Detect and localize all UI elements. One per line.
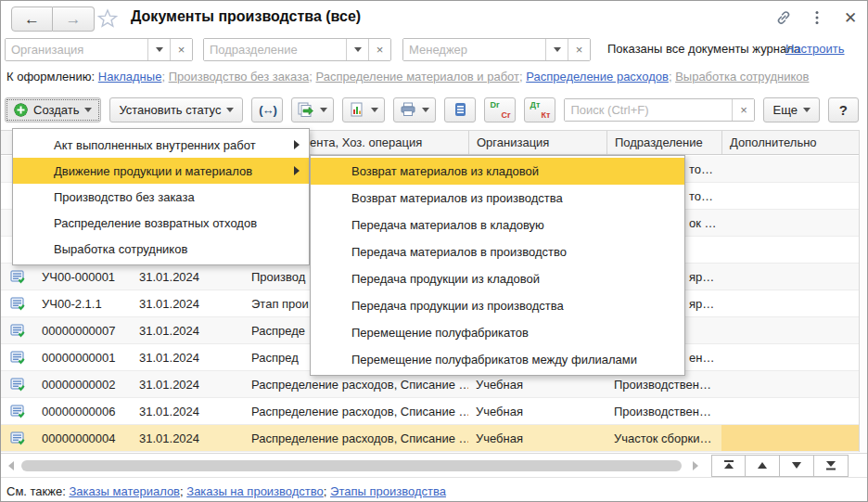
vertical-scroll-area[interactable]: [859, 130, 868, 452]
menu-item-product-material-movement[interactable]: Движение продукции и материалов: [13, 158, 309, 184]
menu-item-production-without-order[interactable]: Производство без заказа: [13, 184, 309, 210]
registration-line: К оформлению: Накладные; Производство бе…: [1, 64, 868, 90]
menu-item-label: Передача материалов в кладовую: [351, 218, 544, 232]
back-button[interactable]: ←: [11, 6, 53, 32]
filter-row: × × × Показаны все документы журнала Нас…: [1, 36, 868, 64]
reports-button[interactable]: [342, 97, 385, 122]
create-button[interactable]: Создать: [5, 97, 101, 122]
reg-link-raspredelenie-materialov[interactable]: Распределение материалов и работ: [316, 70, 519, 84]
menu-item-label: Возврат материалов из кладовой: [351, 164, 539, 178]
menu-item-label: Распределение возвратных отходов: [54, 216, 257, 230]
table-row[interactable]: 0000000000631.01.2024 Распределение расх…: [1, 398, 859, 425]
header-organization[interactable]: Организация: [468, 131, 606, 154]
register-records-button[interactable]: [444, 97, 476, 122]
set-status-button[interactable]: Установить статус: [109, 97, 243, 122]
more-label: Еще: [772, 103, 797, 117]
submenu-item-return-from-storeroom[interactable]: Возврат материалов из кладовой: [311, 158, 684, 185]
get-link-icon[interactable]: [774, 8, 793, 27]
department-clear-icon[interactable]: ×: [368, 39, 390, 60]
help-button[interactable]: ?: [828, 97, 859, 122]
more-button[interactable]: Еще: [763, 97, 819, 122]
print-button[interactable]: [393, 97, 436, 122]
reg-link-vyrabotka[interactable]: Выработка сотрудников: [675, 70, 809, 84]
menu-item-label: Передача продукции из производства: [351, 299, 564, 313]
see-also-label: См. также:: [6, 484, 66, 498]
favorite-star-icon[interactable]: [97, 8, 118, 29]
manager-input[interactable]: [403, 39, 545, 60]
document-posted-icon: [10, 378, 26, 392]
cr-label: Cr: [501, 110, 510, 120]
close-icon[interactable]: ✕: [841, 8, 860, 27]
plus-icon: [14, 103, 28, 117]
go-first-row-button[interactable]: [711, 455, 746, 477]
separator: ;: [180, 484, 184, 498]
manager-clear-icon[interactable]: ×: [568, 39, 590, 60]
reg-link-raspredelenie-rashodov[interactable]: Распределение расходов: [526, 70, 669, 84]
menu-item-label: Передача материалов в производство: [351, 245, 567, 259]
go-up-row-button[interactable]: [746, 455, 780, 477]
header-extra[interactable]: Дополнительно: [721, 131, 859, 154]
separator: ;: [309, 70, 313, 84]
configure-link[interactable]: Настроить: [785, 42, 845, 56]
reg-link-proizvodstvo-bez-zakaza[interactable]: Производство без заказа: [169, 70, 310, 84]
submenu-item-move-semifinished-between-branches[interactable]: Перемещение полуфабрикатов между филиала…: [311, 346, 684, 373]
go-down-row-button[interactable]: [780, 455, 814, 477]
scroll-right-icon[interactable]: [693, 461, 698, 470]
drcr-button[interactable]: Dr Cr: [484, 97, 516, 122]
menu-item-employee-output[interactable]: Выработка сотрудников: [13, 236, 309, 262]
scrollbar-thumb[interactable]: [21, 460, 682, 471]
organization-dropdown-icon[interactable]: [147, 39, 170, 60]
document-posted-icon: [10, 324, 26, 338]
submenu-arrow-icon: [294, 166, 300, 175]
organization-input[interactable]: [6, 39, 147, 60]
row-navigation: [711, 455, 849, 477]
department-dropdown-icon[interactable]: [346, 39, 368, 60]
submenu-item-return-from-production[interactable]: Возврат материалов из производства: [311, 185, 684, 212]
create-label: Создать: [33, 103, 79, 117]
manager-dropdown-icon[interactable]: [545, 39, 568, 60]
menu-item-label: Производство без заказа: [54, 190, 195, 204]
create-based-on-icon: [298, 102, 314, 118]
post-document-button[interactable]: (↔): [251, 97, 283, 122]
menu-item-label: Выработка сотрудников: [54, 242, 187, 256]
search-clear-icon[interactable]: ×: [732, 99, 754, 121]
report-icon: [349, 102, 365, 118]
menu-item-returnable-waste[interactable]: Распределение возвратных отходов: [13, 210, 309, 236]
search-input[interactable]: [565, 99, 732, 121]
titlebar: ← → Документы производства (все): [1, 1, 868, 36]
scroll-left-icon[interactable]: [8, 461, 14, 470]
submenu-item-transfer-materials-to-storeroom[interactable]: Передача материалов в кладовую: [311, 212, 684, 238]
forward-button[interactable]: →: [53, 6, 95, 32]
set-status-label: Установить статус: [119, 103, 221, 117]
department-input[interactable]: [204, 39, 346, 60]
submenu-item-transfer-products-from-production[interactable]: Передача продукции из производства: [311, 292, 684, 319]
separator: ;: [161, 70, 165, 84]
more-menu-icon[interactable]: [808, 8, 826, 27]
printer-icon: [400, 102, 416, 117]
go-last-row-button[interactable]: [814, 455, 849, 477]
document-posted-icon: [10, 351, 26, 365]
register-list-icon: [454, 102, 466, 117]
dr-label: Dr: [490, 100, 499, 109]
post-document-icon: (↔): [259, 103, 276, 117]
menu-item-label: Передача продукции из кладовой: [351, 272, 540, 286]
link-production-stages[interactable]: Этапы производства: [330, 484, 446, 498]
menu-item-label: Движение продукции и материалов: [54, 164, 252, 178]
journal-status-text: Показаны все документы журнала: [607, 42, 800, 56]
header-department[interactable]: Подразделение: [606, 131, 721, 154]
scrollbar-track[interactable]: [21, 460, 685, 471]
dtkt-button[interactable]: Дт Кт: [524, 97, 555, 122]
link-production-orders[interactable]: Заказы на производство: [186, 484, 324, 498]
organization-clear-icon[interactable]: ×: [170, 39, 192, 60]
menu-item-act-internal-works[interactable]: Акт выполненных внутренних работ: [13, 132, 309, 158]
organization-filter: ×: [5, 38, 193, 61]
create-dropdown-menu: Акт выполненных внутренних работ Движени…: [12, 128, 310, 265]
submenu-arrow-icon: [294, 140, 300, 149]
table-row-selected[interactable]: 0000000000431.01.2024 Распределение расх…: [1, 425, 859, 452]
submenu-item-transfer-materials-to-production[interactable]: Передача материалов в производство: [311, 238, 684, 265]
reg-link-nakladnye[interactable]: Накладные: [98, 70, 162, 84]
submenu-item-transfer-products-from-storeroom[interactable]: Передача продукции из кладовой: [311, 265, 684, 292]
copy-create-based-button[interactable]: [291, 97, 334, 122]
link-material-orders[interactable]: Заказы материалов: [69, 484, 180, 498]
submenu-item-move-semifinished[interactable]: Перемещение полуфабрикатов: [311, 319, 684, 346]
